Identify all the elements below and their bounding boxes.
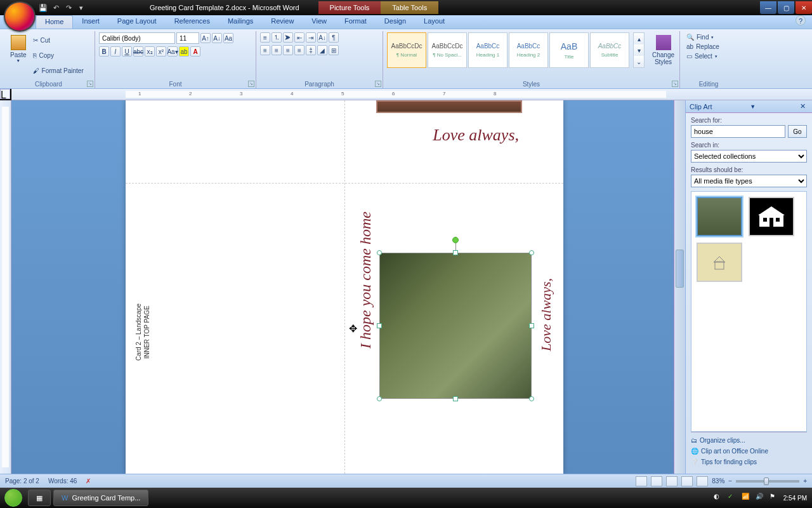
styles-dialog-launcher[interactable]: ↘	[672, 81, 678, 87]
top-image[interactable]	[376, 100, 522, 113]
web-layout-view-button[interactable]	[666, 476, 678, 486]
zoom-slider[interactable]	[736, 480, 799, 483]
clipart-result-2[interactable]	[749, 197, 794, 236]
cut-button[interactable]: ✂Cut	[30, 36, 86, 45]
zoom-slider-thumb[interactable]	[764, 478, 769, 485]
paste-button[interactable]: Paste ▼	[6, 32, 30, 78]
highlight-button[interactable]: ab	[179, 46, 189, 57]
bullets-button[interactable]: ≡	[260, 32, 270, 43]
save-icon[interactable]: 💾	[38, 3, 48, 13]
copy-button[interactable]: ⎘Copy	[30, 51, 86, 60]
font-name-combo[interactable]	[99, 32, 175, 44]
tab-format[interactable]: Format	[336, 15, 376, 29]
align-center-button[interactable]: ≡	[272, 45, 282, 55]
style-normal[interactable]: AaBbCcDc¶ Normal	[387, 32, 426, 68]
close-button[interactable]: ✕	[796, 1, 812, 14]
style-no-spacing[interactable]: AaBbCcDc¶ No Spaci...	[428, 32, 467, 68]
borders-button[interactable]: ⊞	[329, 45, 339, 55]
underline-button[interactable]: U	[122, 46, 132, 57]
subscript-button[interactable]: x₂	[145, 46, 155, 57]
horizontal-ruler[interactable]: 1 2 3 4 5 6 7 8	[11, 89, 812, 100]
word-count[interactable]: Words: 46	[48, 478, 77, 485]
tab-references[interactable]: References	[166, 15, 219, 29]
scrollbar-thumb[interactable]	[676, 250, 684, 288]
tab-mailings[interactable]: Mailings	[219, 15, 262, 29]
decrease-indent-button[interactable]: ⇤	[294, 32, 304, 43]
resize-handle-tl[interactable]	[377, 250, 382, 255]
zoom-in-button[interactable]: +	[803, 478, 807, 485]
tab-review[interactable]: Review	[262, 15, 303, 29]
line-spacing-button[interactable]: ‡	[306, 45, 316, 55]
style-title[interactable]: AaBTitle	[549, 32, 589, 68]
resize-handle-tr[interactable]	[529, 250, 534, 255]
full-screen-view-button[interactable]	[651, 476, 662, 486]
font-color-button[interactable]: A	[190, 46, 200, 57]
tab-page-layout[interactable]: Page Layout	[108, 15, 166, 29]
superscript-button[interactable]: x²	[156, 46, 166, 57]
organize-clips-link[interactable]: 🗂Organize clips...	[691, 435, 807, 446]
outline-view-button[interactable]	[681, 476, 693, 486]
media-types-select[interactable]: All media file types	[691, 175, 807, 187]
select-button[interactable]: ▭Select▾	[684, 51, 733, 61]
pane-close-button[interactable]: ✕	[797, 102, 808, 110]
tab-selector[interactable]: L	[0, 89, 10, 99]
vertical-ruler[interactable]	[0, 100, 11, 474]
tab-design[interactable]: Design	[376, 15, 415, 29]
minimize-button[interactable]: —	[760, 1, 776, 14]
resize-handle-br[interactable]	[529, 396, 534, 401]
start-button[interactable]	[0, 488, 27, 508]
tab-view[interactable]: View	[303, 15, 336, 29]
font-size-combo[interactable]	[176, 32, 199, 44]
draft-view-button[interactable]	[697, 476, 708, 486]
resize-handle-bl[interactable]	[377, 396, 382, 401]
resize-handle-r[interactable]	[529, 323, 534, 328]
undo-icon[interactable]: ↶	[51, 3, 61, 13]
font-dialog-launcher[interactable]: ↘	[248, 81, 254, 87]
maximize-button[interactable]: ▢	[778, 1, 794, 14]
redo-icon[interactable]: ↷	[63, 3, 74, 13]
hope-text[interactable]: I hope you come home	[357, 211, 374, 349]
styles-more-button[interactable]: ⌄	[634, 56, 644, 67]
proofing-icon[interactable]: ✗	[86, 478, 91, 485]
tab-home[interactable]: Home	[36, 15, 73, 29]
clipart-result-1[interactable]	[697, 197, 742, 236]
taskbar-item-1[interactable]: ▦	[28, 490, 51, 506]
tray-icon-4[interactable]: 🔊	[756, 493, 766, 503]
selected-image[interactable]	[379, 253, 532, 399]
increase-indent-button[interactable]: ⇥	[306, 32, 316, 43]
tray-icon-2[interactable]: ✓	[728, 493, 738, 503]
love-always-text-2[interactable]: Love always,	[538, 278, 554, 351]
sort-button[interactable]: A↓	[317, 32, 327, 43]
clear-formatting-button[interactable]: Aa	[223, 33, 233, 43]
style-heading2[interactable]: AaBbCcHeading 2	[509, 32, 548, 68]
format-painter-button[interactable]: 🖌Format Painter	[30, 66, 86, 76]
zoom-out-button[interactable]: −	[728, 478, 732, 485]
replace-button[interactable]: abReplace	[684, 42, 733, 51]
show-hide-button[interactable]: ¶	[329, 32, 339, 43]
tray-icon-1[interactable]: ◐	[714, 493, 724, 503]
resize-handle-t[interactable]	[453, 250, 458, 255]
taskbar-item-word[interactable]: WGreeting Card Temp...	[53, 490, 148, 506]
tab-insert[interactable]: Insert	[73, 15, 108, 29]
clock[interactable]: 2:54 PM	[783, 495, 807, 502]
justify-button[interactable]: ≡	[294, 45, 304, 55]
multilevel-list-button[interactable]: ⮞	[283, 32, 293, 43]
search-input[interactable]	[691, 125, 785, 138]
bold-button[interactable]: B	[99, 46, 109, 57]
go-button[interactable]: Go	[788, 125, 807, 138]
tray-icon-3[interactable]: 📶	[742, 493, 752, 503]
style-subtitle[interactable]: AaBbCcSubtitle	[590, 32, 629, 68]
office-button[interactable]	[4, 1, 36, 32]
qat-more-icon[interactable]: ▾	[76, 3, 86, 13]
rotation-handle[interactable]	[452, 237, 459, 243]
zoom-level[interactable]: 83%	[712, 478, 724, 485]
tips-link[interactable]: ❔Tips for finding clips	[691, 457, 807, 467]
strikethrough-button[interactable]: abc	[133, 46, 143, 57]
styles-row-down-button[interactable]: ▾	[634, 44, 644, 56]
change-styles-button[interactable]: Change Styles	[648, 32, 678, 68]
document-page[interactable]: Love always, Card 2 – Landscape INNER TO…	[126, 100, 563, 474]
style-heading1[interactable]: AaBbCcHeading 1	[468, 32, 508, 68]
align-right-button[interactable]: ≡	[283, 45, 293, 55]
clipart-result-3[interactable]	[697, 243, 742, 282]
clipboard-dialog-launcher[interactable]: ↘	[87, 81, 93, 87]
